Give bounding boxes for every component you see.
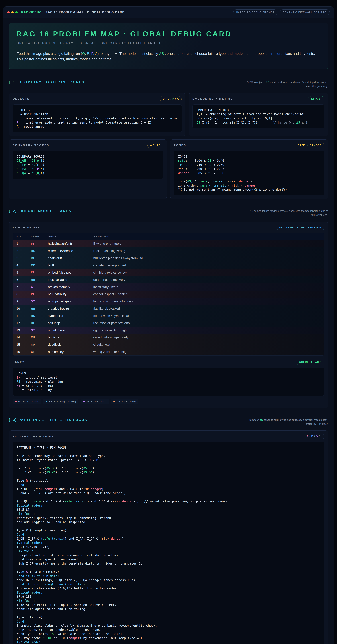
boundary-scores-code-block: BOUNDARY SCORESΔS_QE = ΔS(Q,E)ΔS_EP = ΔS… [12,151,163,179]
window-maximize-button[interactable] [15,11,18,14]
column-header: SYMPTOM [93,235,324,238]
lane-legend-label: OP · infra / deploy [116,400,136,403]
table-cell: OP [31,343,48,346]
poster-content: RAG 16 PROBLEM MAP · GLOBAL DEBUG CARD O… [3,18,334,644]
app-window: RAG-DEBUG· RAG 16 PROBLEM MAP · GLOBAL D… [3,6,334,644]
window-minimize-button[interactable] [11,11,14,14]
table-cell: ST [31,300,48,303]
table-cell: flat, literal, blocked [93,307,324,310]
table-cell: RE [31,278,48,282]
section-failure-modes: [02] FAILURE MODES · LANES 16 named fail… [9,204,328,413]
table-row: 14OPbootstrapcalled before deps ready [13,334,324,341]
table-row: 9STentropy collapselong context turns in… [13,298,324,305]
table-cell: bluff [48,264,93,267]
rag-modes-badge: NO / LANE / NAME / SYMPTOM [276,225,324,230]
table-cell: recursion or paradox loop [93,321,324,325]
pattern-definitions-badge: R / P / S / I [304,434,324,439]
lane-dot-icon [114,401,115,402]
window-title-rest: · RAG 16 PROBLEM MAP · GLOBAL DEBUG CARD [43,10,125,14]
table-cell: loses story / state [93,285,324,289]
table-cell: 14 [16,336,31,339]
modes-table-body: 1INhallucination/driftE wrong or off-top… [13,240,324,356]
lanes-label: LANES [12,360,25,364]
table-cell: E ok, reasoning wrong [93,249,324,253]
lane-legend-chip: RE · reasoning / planning [43,399,78,404]
table-cell: 4 [16,264,31,267]
table-cell: creative freeze [48,307,93,310]
objects-label: OBJECTS [12,97,30,100]
table-cell: long context turns into noise [93,300,324,303]
objects-panel: OBJECTS Q / E / P / A OBJECTSQ = user qu… [9,93,185,136]
embedding-code-block: EMBEDDING + METRICI(X) = embedding of te… [192,104,324,128]
lane-legend-label: RE · reasoning / planning [49,400,76,403]
table-cell: 1 [16,242,31,246]
table-row: 11REsymbol failcode / math / symbols fai… [13,312,324,320]
table-cell: agent chaos [48,328,93,332]
table-row: 5INembed false possim high, relevance lo… [13,269,324,276]
table-cell: bad deploy [48,350,93,354]
table-row: 6RElogic collapsedead-end, no recovery [13,276,324,283]
table-cell: RE [31,307,48,310]
table-cell: 5 [16,271,31,274]
window-title: RAG-DEBUG· RAG 16 PROBLEM MAP · GLOBAL D… [21,10,125,14]
objects-code-block: OBJECTSQ = user questionE = top-k retrie… [12,104,182,132]
table-row: 12REself-looprecursion or paradox loop [13,320,324,326]
modes-table-header: NOLANENAMESYMPTOM [13,233,324,240]
section-patterns-note: From four ΔS zones to failure type and f… [245,418,328,426]
pattern-definitions-panel: PATTERN DEFINITIONS R / P / S / I PATTER… [9,430,328,644]
table-cell: OP [31,350,48,354]
section-patterns-title: [03] PATTERNS → TYPE → FIX FOCUS [9,418,87,422]
table-row: 1INhallucination/driftE wrong or off-top… [13,240,324,247]
table-cell: called before deps ready [93,336,324,339]
zones-code-block: ZONESsafe: 0.00 ≤ ΔS < 0.40transit: 0.40… [174,151,324,195]
table-cell: misread evidence [48,249,93,253]
table-cell: embed false pos [48,271,93,274]
lane-legend-chip: IN · input / retrieval [12,399,41,404]
pattern-definitions-label: PATTERN DEFINITIONS [12,435,54,438]
zones-panel: ZONES SAFE → DANGER ZONESsafe: 0.00 ≤ ΔS… [170,140,328,199]
table-cell: 8 [16,292,31,296]
lane-dot-icon [15,401,17,402]
table-cell: hallucination/drift [48,242,93,246]
table-row: 7STbroken memoryloses story / state [13,283,324,290]
table-cell: deadlock [48,343,93,346]
table-cell: RE [31,256,48,260]
table-cell: 7 [16,285,31,289]
table-cell: 15 [16,343,31,346]
section-failure-modes-title: [02] FAILURE MODES · LANES [9,209,72,213]
pattern-definitions-code-block: PATTERNS → TYPE → FIX FOCUS Note: one mo… [12,442,324,644]
lanes-code-block: LANESIN = input / retrievalRE = reasonin… [12,368,324,396]
intro-paragraph: Feed this image plus a single failing ru… [16,51,320,62]
section-geometry: [01] GEOMETRY · OBJECTS · ZONES Q/E/P/A … [9,76,328,204]
section-failure-modes-note: 16 named failure modes across 4 lanes. U… [245,209,328,217]
lane-dot-icon [83,401,85,402]
lane-dot-icon [46,401,48,402]
table-cell: circular wait [93,343,324,346]
table-cell: cannot inspect E content [93,292,324,296]
table-cell: 12 [16,321,31,325]
table-cell: bootstrap [48,336,93,339]
table-cell: chain drift [48,256,93,260]
table-cell: 16 [16,350,31,354]
table-cell: IN [31,292,48,296]
zones-label: ZONES [174,144,186,147]
zones-badge: SAFE → DANGER [295,143,324,148]
table-cell: RE [31,264,48,267]
table-cell: self-loop [48,321,93,325]
table-cell: 2 [16,249,31,253]
table-cell: RE [31,321,48,325]
section-geometry-title: [01] GEOMETRY · OBJECTS · ZONES [9,80,84,84]
lane-legend-label: ST · state / context [86,400,106,403]
pill-semantic-firewall[interactable]: SEMANTIC FIREWALL FOR RAG [280,10,330,15]
app-name: RAG-DEBUG [21,10,42,14]
window-titlebar: RAG-DEBUG· RAG 16 PROBLEM MAP · GLOBAL D… [3,6,334,18]
table-cell: sim high, relevance low [93,271,324,274]
lanes-badge: WHERE IT FAILS [296,360,324,365]
table-row: 8INno E visibilitycannot inspect E conte… [13,290,324,298]
window-close-button[interactable] [7,11,10,14]
table-row: 13STagent chaosagents overwrite or fight [13,326,324,334]
boundary-scores-panel: BOUNDARY SCORES 4 CUTS BOUNDARY SCORESΔS… [9,140,167,199]
modes-table: NOLANENAMESYMPTOM 1INhallucination/drift… [12,233,324,356]
table-cell: IN [31,271,48,274]
pill-image-as-debug-prompt[interactable]: IMAGE-AS-DEBUG PROMPT [233,10,278,15]
